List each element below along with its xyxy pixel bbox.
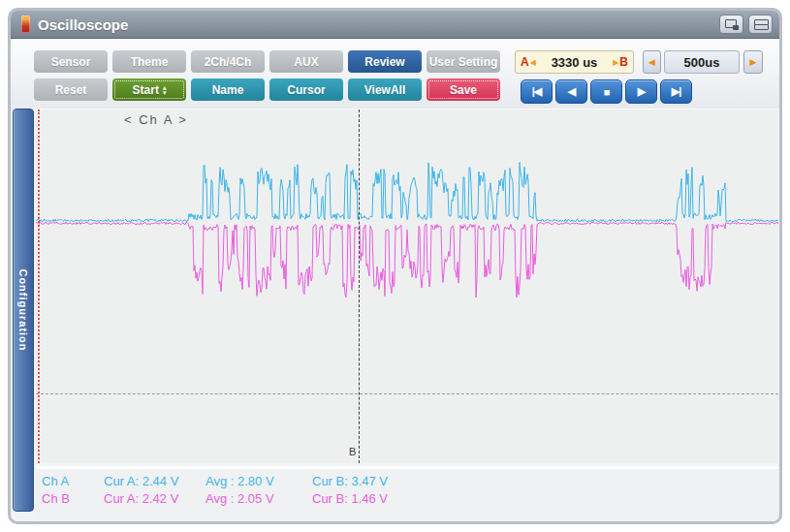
ch-b-cursor-a-value: Cur A: 2.42 V (104, 491, 178, 506)
viewall-button[interactable]: ViewAll (348, 78, 422, 101)
ch-a-cursor-b-value: Cur B: 3.47 V (312, 474, 388, 488)
ab-range-display[interactable]: A ◀ 3330 us ▶ B (515, 50, 634, 74)
ch-b-avg-value: Avg : 2.05 V (205, 491, 274, 506)
user-setting-button[interactable]: User Setting (427, 50, 500, 73)
app-icon (21, 16, 30, 33)
configuration-tab-label: Configuration (17, 268, 29, 351)
ch-b-label: Ch B (42, 491, 70, 506)
step-back-button[interactable]: ◀ (555, 79, 587, 104)
step-back-icon: ◀ (568, 85, 575, 98)
ch-a-avg-value: Avg : 2.80 V (205, 474, 274, 488)
aux-button[interactable]: AUX (269, 50, 343, 73)
ch-a-label: Ch A (42, 474, 69, 488)
ch-b-cursor-b-value: Cur B: 1.46 V (312, 491, 388, 506)
review-button[interactable]: Review (348, 50, 422, 73)
toolbar: Sensor Theme 2Ch/4Ch AUX Review User Set… (11, 39, 779, 109)
waveform-plot-area[interactable]: < Ch A > B (36, 109, 778, 463)
cursor-b-marker-label: B (348, 446, 357, 457)
play-button[interactable]: ▶ (625, 79, 657, 104)
title-bar: Oscilloscope (11, 11, 779, 39)
stop-button[interactable]: ■ (590, 79, 622, 104)
cursor-b-line[interactable] (359, 110, 360, 463)
a-left-arrow-icon: ◀ (529, 58, 537, 67)
name-button[interactable]: Name (191, 78, 265, 101)
channel-a-measurements: Ch A Cur A: 2.44 V Avg : 2.80 V Cur B: 3… (36, 474, 778, 491)
cursor-a-line[interactable] (38, 110, 40, 463)
skip-to-end-button[interactable]: ▶| (660, 79, 692, 104)
configuration-tab[interactable]: Configuration (13, 109, 34, 512)
restore-icon (725, 19, 737, 28)
restore-window-button[interactable] (719, 15, 743, 34)
reference-dashed-line (36, 393, 778, 394)
timebase-decrease-button[interactable]: ◀ (643, 50, 661, 74)
cursor-a-label: A (521, 55, 529, 69)
skip-to-start-button[interactable]: |◀ (521, 79, 553, 104)
playback-controls: |◀ ◀ ■ ▶ ▶| (521, 79, 692, 104)
cursor-button[interactable]: Cursor (269, 78, 343, 101)
channel-mode-button[interactable]: 2Ch/4Ch (191, 50, 265, 73)
theme-button[interactable]: Theme (112, 50, 186, 73)
channel-b-measurements: Ch B Cur A: 2.42 V Avg : 2.05 V Cur B: 1… (36, 491, 778, 509)
channel-a-plot-label: < Ch A > (124, 112, 188, 127)
ch-a-cursor-a-value: Cur A: 2.44 V (104, 474, 178, 488)
skip-end-icon: ▶| (672, 85, 681, 98)
start-button-label: Start (133, 83, 159, 97)
cursor-b-range-label: B (619, 55, 628, 69)
save-button[interactable]: Save (427, 78, 500, 101)
reset-button[interactable]: Reset (34, 78, 108, 101)
stop-icon: ■ (604, 86, 610, 98)
start-button[interactable]: Start ▴▾ (112, 78, 186, 101)
measurement-status-bar: Ch A Cur A: 2.44 V Avg : 2.80 V Cur B: 3… (36, 466, 778, 521)
sensor-button[interactable]: Sensor (34, 50, 108, 73)
timebase-increase-button[interactable]: ▶ (743, 50, 763, 74)
skip-start-icon: |◀ (532, 85, 542, 98)
b-right-arrow-icon: ▶ (612, 58, 619, 67)
play-icon: ▶ (638, 85, 645, 98)
waveform-traces (36, 110, 778, 464)
spinner-arrows-icon: ▴▾ (163, 85, 167, 95)
minimize-window-button[interactable] (748, 15, 773, 34)
ab-range-value: 3330 us (537, 55, 612, 70)
timebase-value[interactable]: 500us (664, 50, 740, 74)
minimize-icon (754, 19, 767, 30)
oscilloscope-window: Oscilloscope Sensor Theme 2Ch/4Ch AUX Re… (8, 8, 782, 524)
window-title: Oscilloscope (38, 11, 128, 39)
